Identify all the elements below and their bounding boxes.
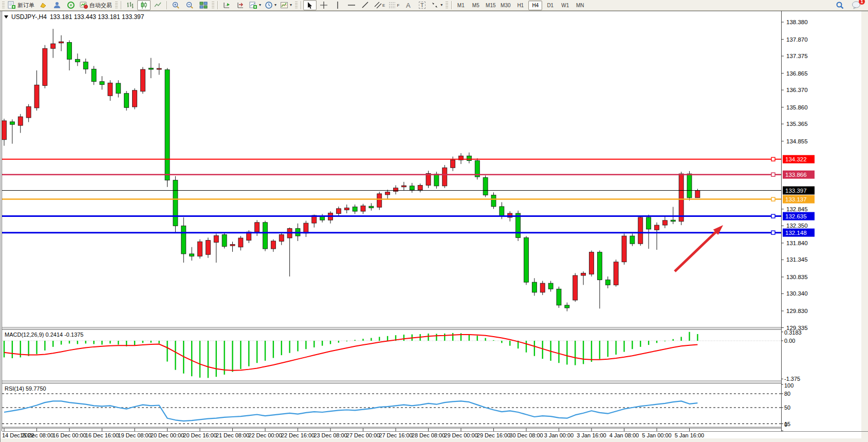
horizontal-line-icon xyxy=(347,2,356,9)
candle-body xyxy=(410,186,414,190)
auto-scroll-button[interactable] xyxy=(220,0,233,10)
candle-body xyxy=(214,235,218,242)
new-order-label: 新订单 xyxy=(17,2,34,9)
timeframe-button-H4[interactable]: H4 xyxy=(528,1,542,10)
tile-windows-button[interactable] xyxy=(197,0,210,10)
chat-button[interactable]: 1 xyxy=(849,0,863,10)
bottom-strip xyxy=(0,438,868,442)
arrows-icon xyxy=(431,1,439,9)
price-tick-label: 132.350 xyxy=(786,223,808,229)
price-line-handle[interactable] xyxy=(771,214,775,218)
line-chart-button[interactable] xyxy=(151,0,164,10)
vline-tool-button[interactable] xyxy=(331,0,344,10)
fibo-letter: F xyxy=(397,3,399,8)
timeframe-button-D1[interactable]: D1 xyxy=(543,1,557,10)
timeframe-button-MN[interactable]: MN xyxy=(573,1,587,10)
candle-body xyxy=(255,223,260,232)
toolbar-grip[interactable] xyxy=(212,2,214,9)
candle-body xyxy=(597,252,602,280)
community-button[interactable] xyxy=(50,0,64,10)
candle-body xyxy=(369,206,374,208)
timeframe-button-M5[interactable]: M5 xyxy=(469,1,483,10)
indicators-button[interactable]: ▾ xyxy=(248,0,263,10)
text-tool-icon: A xyxy=(406,2,411,9)
chevron-down-icon: ▾ xyxy=(259,3,261,7)
hline-tool-button[interactable] xyxy=(345,0,358,10)
toolbar-grip[interactable] xyxy=(295,2,298,9)
new-order-button[interactable]: 新订单 xyxy=(6,0,36,10)
bar-chart-button[interactable] xyxy=(123,0,137,10)
candle-body xyxy=(581,273,586,275)
timeframe-button-W1[interactable]: W1 xyxy=(558,1,572,10)
chart-shift-button[interactable] xyxy=(234,0,247,10)
toolbar-grip[interactable] xyxy=(2,2,5,9)
candle-body xyxy=(344,208,349,210)
price-tick-label: 130.340 xyxy=(786,290,808,297)
candle-body xyxy=(230,245,235,246)
chart-canvas[interactable]: 138.380137.870137.375136.865136.370135.8… xyxy=(0,11,868,442)
candle-body xyxy=(18,117,23,125)
publish-button[interactable] xyxy=(36,0,50,10)
candle-body xyxy=(59,42,64,43)
rsi-axis-label: 80 xyxy=(784,391,790,397)
candle-body xyxy=(83,62,88,69)
time-tick-label: 5 Jan 00:00 xyxy=(642,432,672,438)
candle-body xyxy=(75,59,80,62)
price-line-handle[interactable] xyxy=(771,231,775,234)
chevron-down-icon: ▾ xyxy=(274,3,276,7)
rsi-axis-label: 0 xyxy=(784,421,787,428)
crosshair-tool-button[interactable] xyxy=(317,0,330,10)
fibonacci-tool-button[interactable]: F xyxy=(387,0,401,10)
trendline-tool-button[interactable] xyxy=(359,0,372,10)
time-tick-label: 20 Dec 00:00 xyxy=(151,432,184,438)
chart-window[interactable]: 138.380137.870137.375136.865136.370135.8… xyxy=(0,11,868,442)
auto-trading-button[interactable]: 自动交易 xyxy=(78,0,114,10)
candle-body xyxy=(190,254,194,256)
label-tool-button[interactable]: T xyxy=(415,0,429,10)
candle-body xyxy=(238,238,243,247)
candle-body xyxy=(157,68,161,69)
candle-body xyxy=(662,220,667,225)
candle-body xyxy=(263,223,268,249)
timeframe-button-M1[interactable]: M1 xyxy=(454,1,468,10)
zoom-out-button[interactable] xyxy=(183,0,196,10)
price-line-handle[interactable] xyxy=(771,197,775,201)
candle-body xyxy=(442,168,447,186)
timeframe-button-H1[interactable]: H1 xyxy=(513,1,527,10)
time-tick-label: 19 Dec 08:00 xyxy=(118,432,151,438)
price-tick-label: 138.380 xyxy=(786,19,808,25)
timeframe-button-M15[interactable]: M15 xyxy=(484,1,497,10)
candlestick-chart-button[interactable] xyxy=(137,0,151,10)
price-tick-label: 135.860 xyxy=(786,104,808,110)
time-tick-label: 29 Dec 00:00 xyxy=(444,432,477,438)
cursor-tool-button[interactable] xyxy=(303,0,317,10)
time-tick-label: 28 Dec 08:00 xyxy=(412,432,445,438)
toolbar-grip[interactable] xyxy=(446,2,448,9)
candle-body xyxy=(173,180,178,226)
tile-windows-icon xyxy=(199,1,208,9)
text-tool-button[interactable]: A xyxy=(401,0,415,10)
timeframe-button-M30[interactable]: M30 xyxy=(498,1,512,10)
arrows-tool-button[interactable]: ▾ xyxy=(429,0,444,10)
candle-body xyxy=(524,237,529,282)
price-tag-label: 133.137 xyxy=(785,196,807,202)
toolbar-grip[interactable] xyxy=(115,2,118,9)
trend-arrow[interactable] xyxy=(675,229,718,271)
time-tick-label: 5 Jan 16:00 xyxy=(675,432,705,438)
mt4-terminal: 新订单 自动交易 xyxy=(0,0,868,442)
periods-button[interactable]: ▾ xyxy=(263,0,278,10)
price-line-handle[interactable] xyxy=(771,173,775,176)
search-button[interactable] xyxy=(833,0,846,10)
channel-tool-button[interactable]: E xyxy=(373,0,386,10)
candle-body xyxy=(671,220,675,222)
candle-body xyxy=(622,236,626,262)
signals-button[interactable] xyxy=(64,0,78,10)
zoom-in-button[interactable] xyxy=(169,0,182,10)
candle-body xyxy=(540,283,545,292)
price-tick-label: 136.370 xyxy=(786,87,808,93)
templates-button[interactable]: ▾ xyxy=(279,0,293,10)
price-line-handle[interactable] xyxy=(771,157,775,161)
candle-body xyxy=(532,282,537,292)
candle-body xyxy=(43,48,47,85)
price-tick-label: 137.870 xyxy=(786,36,808,43)
